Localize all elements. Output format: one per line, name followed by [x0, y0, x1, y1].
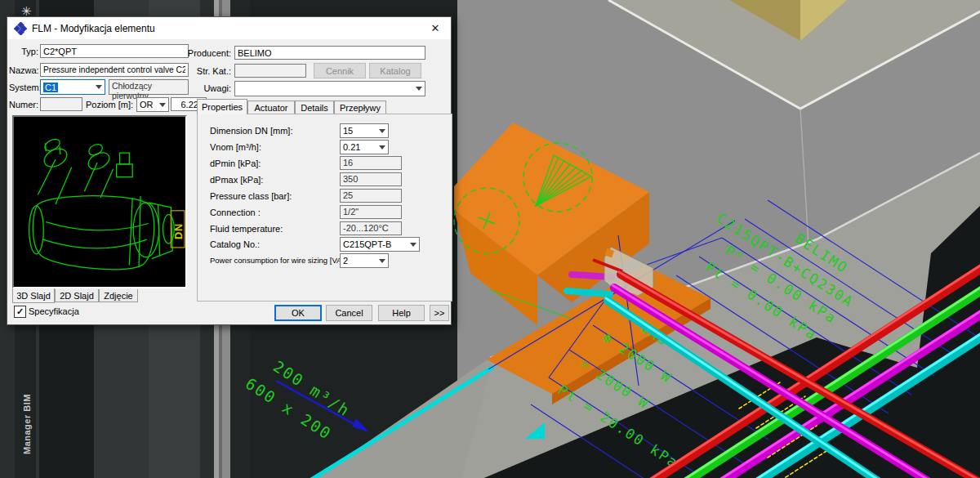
help-button[interactable]: Help [378, 305, 425, 321]
prop-label: Catalog No.: [210, 239, 260, 249]
typ-label: Typ: [9, 47, 38, 56]
close-icon[interactable]: ✕ [420, 17, 451, 39]
uwagi-combobox[interactable] [234, 81, 425, 96]
pressure-class-field: 25 [340, 189, 402, 203]
chevron-down-icon[interactable] [156, 98, 168, 111]
specyfikacja-label: Specyfikacja [29, 306, 79, 316]
typ-field[interactable] [40, 44, 189, 58]
numer-field[interactable] [40, 97, 82, 111]
poziom-combobox[interactable]: OR [136, 97, 169, 112]
ok-button[interactable]: OK [274, 305, 322, 321]
tab-przeplywy[interactable]: Przepływy [334, 101, 386, 114]
producent-label: Producent: [182, 48, 231, 58]
chevron-down-icon[interactable] [376, 141, 388, 154]
poziom-label: Poziom [m]: [84, 100, 133, 109]
prop-label: Fluid temperature: [210, 224, 283, 234]
dimension-dn-combobox[interactable]: 15 [340, 123, 389, 138]
system-type-field: Chłodzący pierwotny [109, 79, 189, 95]
prop-label: dPmax [kPa]: [210, 175, 263, 185]
more-button[interactable]: >> [430, 305, 449, 321]
dn-label: DN [172, 223, 185, 239]
prop-label: Power consumption for wire sizing [VA]: [210, 256, 339, 265]
dpmin-field: 16 [340, 156, 402, 170]
catalog-no-combobox[interactable]: C215QPT-B [340, 237, 420, 252]
chevron-down-icon[interactable] [376, 254, 388, 267]
vnom-combobox[interactable]: 0.21 [340, 140, 389, 154]
numer-label: Numer: [9, 100, 38, 109]
power-consumption-combobox[interactable]: 2 [340, 253, 389, 268]
prop-label: Dimension DN [mm]: [210, 126, 292, 136]
tab-properties[interactable]: Properties [197, 99, 247, 114]
specyfikacja-checkbox[interactable]: ✓ [14, 306, 26, 318]
prop-label: Connection : [210, 208, 261, 217]
tab-actuator[interactable]: Actuator [247, 101, 295, 114]
strkat-label: Str. Kat.: [182, 66, 231, 76]
dialog-titlebar[interactable]: FLM - Modyfikacja elementu ✕ [7, 17, 451, 39]
preview-tab-photo[interactable]: Zdjęcie [99, 289, 138, 302]
preview-tab-3d[interactable]: 3D Slajd [12, 288, 55, 303]
valve-3d-preview: DN [12, 115, 187, 288]
nazwa-label: Nazwa: [9, 65, 38, 75]
chevron-down-icon[interactable] [92, 80, 105, 94]
connection-field: 1/2" [340, 205, 402, 219]
chevron-down-icon[interactable] [407, 238, 419, 251]
prop-label: dPmin [kPa]: [210, 159, 261, 168]
fluid-temperature-field: -20...120°C [340, 221, 402, 235]
tab-details[interactable]: Details [295, 101, 334, 114]
prop-label: Vnom [m³/h]: [210, 142, 261, 152]
preview-tab-2d[interactable]: 2D Slajd [55, 289, 99, 302]
flm-logo-icon [14, 22, 27, 35]
uwagi-label: Uwagi: [182, 83, 231, 93]
dialog-title: FLM - Modyfikacja elementu [32, 23, 155, 34]
element-dialog: FLM - Modyfikacja elementu ✕ Typ: Nazwa:… [7, 16, 452, 325]
sidebar-vertical-label: Manager BIM [22, 394, 32, 454]
chevron-down-icon[interactable] [412, 82, 425, 96]
nazwa-field[interactable] [40, 63, 189, 77]
katalog-button[interactable]: Katalog [369, 63, 421, 78]
chevron-down-icon[interactable] [376, 124, 388, 137]
prop-label: Pressure class [bar]: [210, 191, 292, 201]
cennik-button[interactable]: Cennik [314, 63, 366, 78]
dpmax-field: 350 [340, 172, 402, 186]
system-label: System: [9, 83, 38, 92]
strkat-field[interactable] [234, 64, 306, 78]
cancel-button[interactable]: Cancel [326, 305, 372, 321]
producent-field[interactable] [234, 46, 425, 60]
application-window: ✳ Manager BIM [0, 0, 980, 478]
valve-preview-drawing: DN [14, 117, 185, 287]
system-combobox[interactable]: C1 [40, 79, 105, 95]
